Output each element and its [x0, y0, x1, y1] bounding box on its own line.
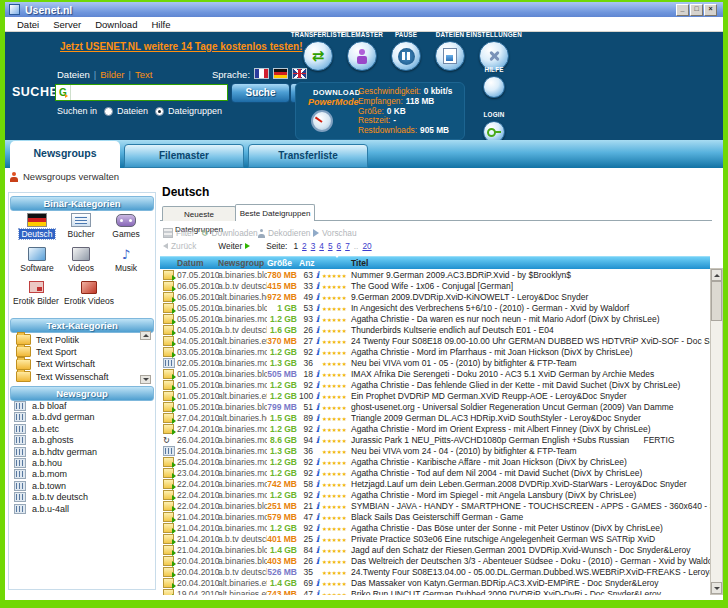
- info-icon[interactable]: i: [316, 391, 319, 401]
- category-musik[interactable]: ♪Musik: [103, 247, 149, 273]
- filter-link-dateien[interactable]: Dateien: [57, 69, 90, 80]
- menu-item-server[interactable]: Server: [53, 19, 81, 30]
- newsgroup-a-b-bloaf[interactable]: a.b bloaf: [14, 401, 67, 411]
- newsgroup-a-b-town[interactable]: a.b.town: [14, 481, 66, 491]
- tab-filemaster[interactable]: Filemaster: [124, 144, 244, 168]
- table-row[interactable]: 05.05.2010a.binaries.bloaf1 GB53i★★★★★In…: [160, 302, 710, 313]
- newsgroup-a-b-tv-deutsch[interactable]: a.b.tv deutsch: [14, 492, 88, 502]
- table-row[interactable]: 04.05.2010alt.binaries.etc370 MB27i★★★★★…: [160, 335, 710, 346]
- sort-arrow-icon[interactable]: [334, 256, 340, 268]
- table-row[interactable]: ↻26.04.2010a.binaries.mom8.6 GB94i★★★★★J…: [160, 434, 710, 445]
- info-icon[interactable]: i: [316, 292, 319, 302]
- manage-newsgroups-link[interactable]: Newsgroups verwalten: [9, 171, 119, 182]
- info-icon[interactable]: i: [316, 457, 319, 467]
- newsgroup-a-b-etc[interactable]: a.b.etc: [14, 424, 59, 434]
- scroll-down-icon[interactable]: [711, 582, 722, 594]
- close-button[interactable]: ×: [704, 4, 717, 16]
- table-row[interactable]: 01.05.2010a.binaries.bloaf505 MB18i★★★★★…: [160, 368, 710, 379]
- next-button[interactable]: Weiter: [218, 241, 250, 251]
- info-icon[interactable]: i: [316, 578, 319, 588]
- table-row[interactable]: 05.05.2010a.binaries.mom1.2 GB93i★★★★★Ag…: [160, 313, 710, 324]
- page-link-5[interactable]: 5: [328, 241, 333, 251]
- tab-transferliste[interactable]: Transferliste: [248, 144, 368, 168]
- info-icon[interactable]: i: [316, 534, 319, 544]
- table-row[interactable]: 01.05.2010a.binaries.bloaf799 MB51i★★★★★…: [160, 401, 710, 412]
- scroll-up-icon[interactable]: [711, 269, 722, 281]
- info-icon[interactable]: i: [316, 380, 319, 390]
- info-icon[interactable]: i: [316, 512, 319, 522]
- table-scrollbar[interactable]: [710, 268, 723, 595]
- table-row[interactable]: 03.05.2010a.binaries.mom1.2 GB92i★★★★★Ag…: [160, 346, 710, 357]
- table-row[interactable]: 01.05.2010alt.binaries.etc1.2 GB100i★★★★…: [160, 390, 710, 401]
- scroll-up-icon[interactable]: [140, 331, 151, 340]
- category-deutsch[interactable]: Deutsch: [14, 213, 60, 239]
- subtab-beste[interactable]: Beste Dateigruppen: [235, 204, 315, 221]
- scrollbar-thumb[interactable]: [711, 281, 722, 321]
- page-link-3[interactable]: 3: [311, 241, 316, 251]
- category-erotik-videos[interactable]: Erotik Videos: [58, 280, 120, 306]
- header-Newsgroup[interactable]: Newsgroup: [218, 258, 267, 268]
- newsgroup-a-b-ghosts[interactable]: a.b.ghosts: [14, 435, 74, 445]
- filter-link-text[interactable]: Text: [135, 69, 152, 80]
- maximize-button[interactable]: □: [690, 4, 703, 16]
- table-row[interactable]: 21.04.2010a.binaries.mom579 MB47i★★★★★Bl…: [160, 511, 710, 522]
- table-row[interactable]: 07.05.2010a.binaries.bloaf780 MB63i★★★★★…: [160, 269, 710, 280]
- filemaster-button[interactable]: FILEMASTER: [340, 31, 384, 71]
- trial-link[interactable]: Jetzt USENET.NL weitere 14 Tage kostenlo…: [60, 41, 302, 52]
- header-Titel[interactable]: Titel: [349, 258, 710, 268]
- table-row[interactable]: 02.05.2010a.binaries.mom1.3 GB36★★★★★Neu…: [160, 357, 710, 368]
- newsgroup-a-b-hou[interactable]: a.b.hou: [14, 458, 62, 468]
- einstellungen-button[interactable]: EINSTELLUNGEN: [472, 31, 516, 71]
- info-icon[interactable]: i: [316, 589, 319, 596]
- scroll-down-icon[interactable]: [140, 375, 151, 384]
- text-category-text-politik[interactable]: Text Politik: [16, 334, 79, 345]
- table-row[interactable]: 27.04.2010a.binaries.mom1.2 GB92i★★★★★Ag…: [160, 423, 710, 434]
- table-row[interactable]: 22.04.2010a.binaries.mom742 MB58i★★★★★He…: [160, 478, 710, 489]
- newsgroup-a-b-mom[interactable]: a.b.mom: [14, 469, 67, 479]
- header-Anz[interactable]: Anz: [299, 258, 313, 268]
- text-category-text-wissenschaft[interactable]: Text Wissenschaft: [16, 371, 109, 382]
- category-erotik-bilder[interactable]: Erotik Bilder: [8, 280, 64, 306]
- info-icon[interactable]: i: [316, 490, 319, 500]
- table-row[interactable]: 19.04.2010alt.binaries.etc743 MB47i★★★★★…: [160, 588, 710, 595]
- table-row[interactable]: 06.05.2010alt.binaries.hou972 MB49i★★★★★…: [160, 291, 710, 302]
- table-row[interactable]: 04.05.2010a.b.tv deutsch1.6 GB26i★★★★★Th…: [160, 324, 710, 335]
- newsgroup-a-b-u-4all[interactable]: a.b.u-4all: [14, 504, 69, 514]
- page-link-7[interactable]: 7: [345, 241, 350, 251]
- table-row[interactable]: 06.05.2010a.b.tv deutsch415 MB33i★★★★★Th…: [160, 280, 710, 291]
- table-row[interactable]: 20.04.2010a.b.tv deutsch526 MB35★★★★★24.…: [160, 566, 710, 577]
- table-row[interactable]: 25.04.2010a.binaries.mom1.2 GB92i★★★★★Ag…: [160, 456, 710, 467]
- minimize-button[interactable]: _: [676, 4, 689, 16]
- hilfe-button[interactable]: [483, 76, 505, 98]
- pause-button[interactable]: PAUSE: [384, 31, 428, 71]
- filter-link-bilder[interactable]: Bilder: [100, 69, 124, 80]
- table-row[interactable]: 20.04.2010a.binaries.bloaf403 MB26i★★★★★…: [160, 555, 710, 566]
- text-category-text-sport[interactable]: Text Sport: [16, 346, 77, 357]
- info-icon[interactable]: i: [316, 336, 319, 346]
- menu-item-download[interactable]: Download: [95, 19, 137, 30]
- table-row[interactable]: 23.04.2010a.binaries.mom1.2 GB92i★★★★★Ag…: [160, 467, 710, 478]
- info-icon[interactable]: i: [316, 270, 319, 280]
- info-icon[interactable]: i: [316, 523, 319, 533]
- germany-flag-icon[interactable]: [273, 68, 288, 79]
- menu-item-hilfe[interactable]: Hilfe: [151, 19, 170, 30]
- page-link-6[interactable]: 6: [337, 241, 342, 251]
- info-icon[interactable]: i: [316, 347, 319, 357]
- menu-item-datei[interactable]: Datei: [17, 19, 39, 30]
- info-icon[interactable]: i: [316, 556, 319, 566]
- info-icon[interactable]: i: [316, 369, 319, 379]
- table-row[interactable]: 22.04.2010a.binaries.mom1.2 GB92i★★★★★Ag…: [160, 489, 710, 500]
- info-icon[interactable]: i: [316, 413, 319, 423]
- info-icon[interactable]: i: [316, 501, 319, 511]
- newsgroup-a-b-hdtv-german[interactable]: a.b.hdtv german: [14, 447, 97, 457]
- text-category-text-wirtschaft[interactable]: Text Wirtschaft: [16, 359, 95, 370]
- table-row[interactable]: 27.04.2010alt.binaries.hou1.5 GB89i★★★★★…: [160, 412, 710, 423]
- table-row[interactable]: 22.04.2010a.binaries.bloaf251 MB21i★★★★★…: [160, 500, 710, 511]
- header-Datum[interactable]: Datum: [177, 258, 218, 268]
- category-software[interactable]: Software: [14, 247, 60, 273]
- info-icon[interactable]: i: [316, 424, 319, 434]
- header-stars[interactable]: [322, 258, 349, 268]
- uk-flag-icon[interactable]: [292, 68, 307, 79]
- search-button[interactable]: Suche: [231, 83, 290, 103]
- subtab-neueste[interactable]: Neueste Dateigruppen: [162, 206, 236, 221]
